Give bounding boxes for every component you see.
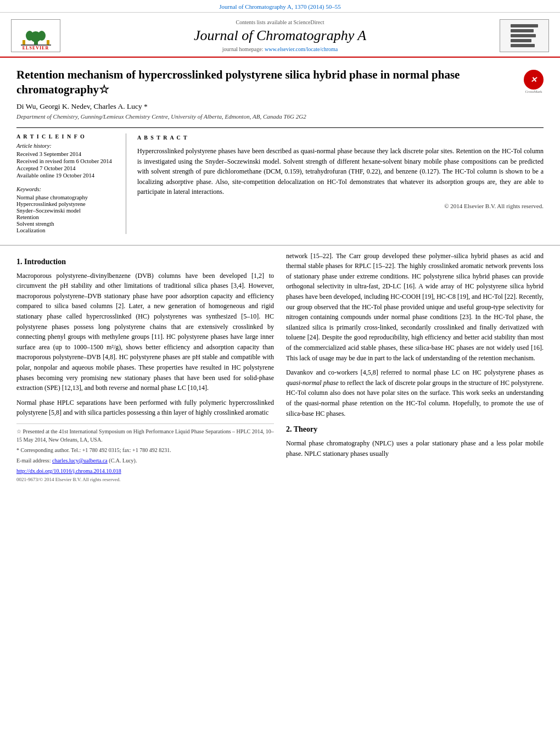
header-center: Contents lists available at ScienceDirec… <box>60 19 500 52</box>
crossmark-badge: ✕ CrossMark <box>524 70 544 94</box>
abstract-title: A B S T R A C T <box>137 133 544 142</box>
footnote-email: E-mail address: charles.lucy@ualberta.ca… <box>16 456 274 465</box>
article-title-section: Retention mechanism of hypercrosslinked … <box>16 68 544 98</box>
issn-line: 0021-9673/© 2014 Elsevier B.V. All right… <box>16 476 274 484</box>
intro-paragraph-2: Normal phase HPLC separations have been … <box>16 398 274 418</box>
email-link[interactable]: charles.lucy@ualberta.ca <box>52 458 108 464</box>
main-content: 1. Introduction Macroporous polystyrene–… <box>0 245 560 489</box>
email-label: E-mail address: <box>16 458 51 464</box>
article-history: Article history: Received 3 September 20… <box>16 143 117 178</box>
journal-title-header: Journal of Chromatography A <box>71 27 489 44</box>
keyword-5: Solvent strength <box>16 221 117 227</box>
journal-citation: Journal of Chromatography A, 1370 (2014)… <box>219 3 341 10</box>
svg-rect-4 <box>23 40 25 45</box>
right-paragraph-1: network [15–22]. The Carr group develope… <box>286 251 544 364</box>
svg-rect-5 <box>47 40 49 45</box>
elsevier-label: ELSEVIER <box>23 46 49 51</box>
article-info-title: A R T I C L E I N F O <box>16 133 117 140</box>
right-paragraph-2: Davankov and co-workers [4,5,8] referred… <box>286 367 544 419</box>
doi-anchor[interactable]: http://dx.doi.org/10.1016/j.chroma.2014.… <box>16 468 121 474</box>
article-body: Retention mechanism of hypercrosslinked … <box>0 58 560 239</box>
affiliation: Department of Chemistry, Gunning/Lemieux… <box>16 113 544 120</box>
keywords-section: Keywords: Normal phase chromatography Hy… <box>16 186 117 233</box>
abstract-section: A B S T R A C T Hypercrosslinked polysty… <box>137 133 544 234</box>
authors: Di Wu, Georgi K. Nedev, Charles A. Lucy … <box>16 102 544 111</box>
intro-title: 1. Introduction <box>16 258 274 266</box>
theory-title: 2. Theory <box>286 425 544 434</box>
doi-link[interactable]: http://dx.doi.org/10.1016/j.chroma.2014.… <box>16 467 274 475</box>
footnote-section: ☆ Presented at the 41st International Sy… <box>16 423 274 484</box>
svg-point-3 <box>38 31 46 41</box>
homepage-link[interactable]: www.elsevier.com/locate/chroma <box>265 46 338 52</box>
elsevier-logo: ELSEVIER <box>11 19 60 52</box>
keyword-1: Normal phase chromatography <box>16 194 117 200</box>
top-bar: Journal of Chromatography A, 1370 (2014)… <box>0 0 560 13</box>
abstract-text: Hypercrosslinked polystyrene phases have… <box>137 146 544 197</box>
header-right-logo <box>500 19 549 52</box>
email-suffix: (C.A. Lucy). <box>109 458 137 464</box>
keyword-4: Retention <box>16 214 117 220</box>
journal-header: ELSEVIER Contents lists available at Sci… <box>0 13 560 58</box>
keyword-2: Hypercrosslinked polystyrene <box>16 201 117 207</box>
keyword-3: Snyder–Soczewinski model <box>16 208 117 214</box>
right-column: network [15–22]. The Carr group develope… <box>286 251 544 484</box>
footnote-asterisk: * Corresponding author. Tel.: +1 780 492… <box>16 446 274 454</box>
crossmark-icon: ✕ <box>524 70 544 90</box>
sciencedirect-link: Contents lists available at ScienceDirec… <box>71 19 489 25</box>
copyright: © 2014 Elsevier B.V. All rights reserved… <box>137 202 544 211</box>
keywords-label: Keywords: <box>16 186 117 192</box>
received-date: Received 3 September 2014 <box>16 151 117 157</box>
main-two-columns: 1. Introduction Macroporous polystyrene–… <box>16 251 544 484</box>
article-info: A R T I C L E I N F O Article history: R… <box>16 133 126 234</box>
intro-paragraph-1: Macroporous polystyrene–divinylbenzene (… <box>16 271 274 393</box>
footnote-star: ☆ Presented at the 41st International Sy… <box>16 427 274 444</box>
history-label: Article history: <box>16 143 117 149</box>
elsevier-tree-icon <box>21 25 51 46</box>
article-title: Retention mechanism of hypercrosslinked … <box>16 68 517 98</box>
received-revised-date: Received in revised form 6 October 2014 <box>16 158 117 164</box>
left-column: 1. Introduction Macroporous polystyrene–… <box>16 251 274 484</box>
accepted-date: Accepted 7 October 2014 <box>16 165 117 171</box>
crossmark-label: CrossMark <box>524 90 544 94</box>
keyword-6: Localization <box>16 227 117 233</box>
svg-point-2 <box>26 31 33 41</box>
journal-cover-icon <box>511 24 538 47</box>
article-meta-columns: A R T I C L E I N F O Article history: R… <box>16 127 544 234</box>
header-left: ELSEVIER <box>11 19 60 52</box>
journal-homepage: journal homepage: www.elsevier.com/locat… <box>71 46 489 52</box>
theory-paragraph-1: Normal phase chromatography (NPLC) uses … <box>286 438 544 459</box>
available-date: Available online 19 October 2014 <box>16 172 117 178</box>
